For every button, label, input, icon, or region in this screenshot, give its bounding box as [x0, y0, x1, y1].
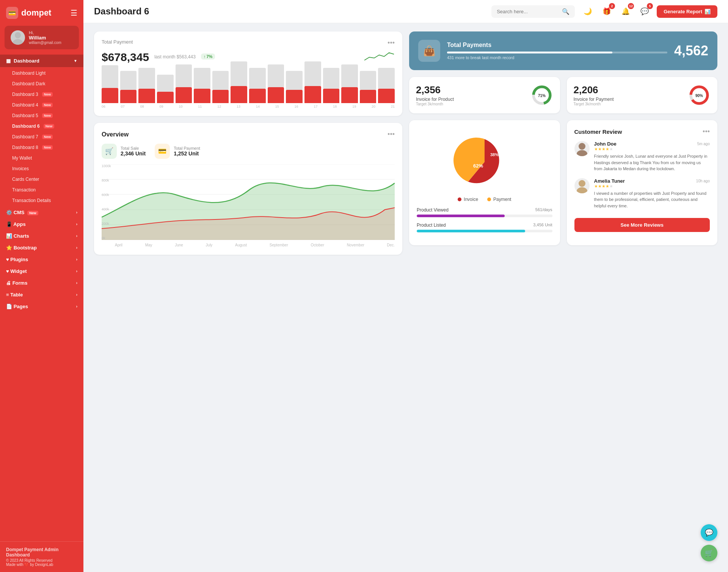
review-header: Customer Review ••• [574, 128, 710, 136]
bar-label-10: 10 [179, 105, 182, 108]
invoice-payment-target: Target 3k/month [574, 102, 683, 106]
bar-label-20: 20 [372, 105, 375, 108]
nav-item-dashboard-light[interactable]: Dashboard Light [0, 68, 83, 78]
area-chart-svg [102, 164, 395, 240]
plugins-section[interactable]: ♥ Plugins › [0, 253, 83, 265]
total-payments-sub: 431 more to break last month record [447, 55, 667, 60]
overview-menu-button[interactable]: ••• [388, 130, 395, 138]
widget-section[interactable]: ♥ Widget › [0, 265, 83, 276]
apps-section[interactable]: 📱 Apps › [0, 218, 83, 229]
support-fab[interactable]: 💬 [701, 524, 717, 541]
product-viewed-stat: Product Viewed 561/days [417, 207, 552, 217]
nav-item-invoices[interactable]: Invoices [0, 163, 83, 174]
cms-section[interactable]: ⚙️ CMS New › [0, 206, 83, 218]
card-menu-button[interactable]: ••• [388, 39, 395, 47]
nav-item-dashboard-7[interactable]: Dashboard 7New [0, 132, 83, 142]
bar-19 [341, 64, 358, 103]
bell-button[interactable]: 🔔 12 [619, 5, 632, 18]
review-text-1: I viewed a number of properties with Jus… [594, 190, 710, 209]
invoice-product-card: 2,356 Invoice for Product Target 3k/mont… [409, 77, 560, 113]
user-name: William [29, 35, 61, 41]
pages-section[interactable]: 📄 Pages › [0, 300, 83, 312]
moon-button[interactable]: 🌙 [581, 5, 595, 18]
nav-item-dashboard-dark[interactable]: Dashboard Dark [0, 78, 83, 89]
bar-top [378, 68, 395, 89]
generate-report-button[interactable]: Generate Report 📊 [657, 5, 717, 18]
product-listed-progress [417, 230, 552, 232]
review-stars-0: ★★★★★ [594, 147, 710, 152]
user-info: Hi, William william@gmail.com [29, 30, 61, 45]
bar-top [157, 75, 174, 92]
product-listed-label: Product Listed [417, 223, 446, 228]
bar-bottom [323, 89, 340, 103]
review-menu-button[interactable]: ••• [703, 128, 710, 136]
bar-top [286, 71, 303, 90]
payment-legend-dot [487, 197, 491, 201]
nav-item-dashboard-4[interactable]: Dashboard 4New [0, 100, 83, 110]
nav-item-dashboard-3[interactable]: Dashboard 3New [0, 89, 83, 100]
search-input[interactable] [497, 9, 559, 14]
bar-17 [304, 61, 321, 103]
bar-label-12: 12 [217, 105, 221, 108]
footer-copy: © 2023 All Rights Reserved [6, 558, 77, 563]
widget-arrow-icon: › [76, 269, 77, 273]
logo-icon: 💳 [6, 7, 18, 19]
search-box[interactable]: 🔍 [491, 5, 575, 18]
x-label-april: April [115, 243, 122, 247]
page-title: Dashboard 6 [94, 6, 485, 17]
nav-item-transaction[interactable]: Transaction [0, 185, 83, 195]
product-viewed-val: 561/days [535, 207, 552, 213]
invoice-payment-info: 2,206 Invoice for Payment Target 3k/mont… [574, 84, 683, 106]
bar-08 [138, 68, 155, 103]
bar-label-11: 11 [198, 105, 202, 108]
forms-section[interactable]: 🖨 Forms › [0, 276, 83, 288]
bootstrap-section[interactable]: ⭐ Bootstrap › [0, 241, 83, 253]
cart-fab[interactable]: 🛒 [701, 545, 717, 561]
chart-x-labels: 06070809101112131415161718192021 [102, 105, 395, 108]
gift-button[interactable]: 🎁 2 [600, 5, 613, 18]
total-payment-card: Total Payment ••• $678,345 last month $5… [94, 31, 402, 116]
user-profile[interactable]: Hi, William william@gmail.com [5, 26, 79, 49]
sidebar-nav: ▦Dashboard ▼ Dashboard Light Dashboard D… [0, 54, 83, 541]
dashboard-nav-section[interactable]: ▦Dashboard ▼ [0, 55, 83, 67]
x-axis-labels: April May June July August September Oct… [115, 243, 395, 247]
nav-item-dashboard-6[interactable]: Dashboard 6New [0, 121, 83, 132]
total-sale-stat: 🛒 Total Sale 2,346 Unit [102, 144, 146, 159]
app-name: dompet [21, 8, 51, 18]
table-section[interactable]: ≡ Table › [0, 288, 83, 300]
nav-item-my-wallet[interactable]: My Wallet [0, 153, 83, 163]
nav-item-transaction-details[interactable]: Transaction Details [0, 195, 83, 206]
x-label-november: November [347, 243, 364, 247]
bar-bottom [157, 92, 174, 103]
reviewer-name-1: Amelia Tuner [594, 178, 625, 184]
hamburger-button[interactable]: ☰ [71, 8, 77, 17]
invoice-product-amount: 2,356 [416, 84, 525, 96]
bar-10 [176, 64, 192, 103]
nav-item-dashboard-8[interactable]: Dashboard 8New [0, 142, 83, 153]
invoice-legend-item: Invoice [458, 197, 478, 202]
nav-item-dashboard-5[interactable]: Dashboard 5New [0, 110, 83, 121]
payment-legend-label: Payment [493, 197, 511, 202]
invoice-product-donut: 71% [530, 84, 553, 107]
bar-top [304, 61, 321, 86]
svg-text:90%: 90% [695, 94, 703, 98]
bar-bottom [249, 89, 266, 103]
plugins-arrow-icon: › [76, 257, 77, 262]
total-payment-info: Total Payment 1,252 Unit [174, 146, 200, 157]
invoice-row: 2,356 Invoice for Product Target 3k/mont… [409, 77, 717, 113]
product-viewed-fill [417, 215, 505, 217]
bar-top [138, 68, 155, 89]
nav-item-cards-center[interactable]: Cards Center [0, 174, 83, 185]
table-arrow-icon: › [76, 293, 77, 297]
bar-bottom [360, 90, 377, 103]
review-name-row-1: Amelia Tuner 10h ago [594, 178, 710, 184]
pie-chart-card: 62% 38% Invoice Payment [409, 120, 560, 245]
bar-top [176, 64, 192, 87]
chat-button[interactable]: 💬 5 [638, 5, 651, 18]
charts-section[interactable]: 📊 Charts › [0, 229, 83, 241]
review-time-0: 5m ago [697, 142, 710, 146]
see-more-reviews-button[interactable]: See More Reviews [574, 218, 710, 232]
bell-badge: 12 [628, 3, 634, 9]
total-payment-label: Total Payment [174, 146, 200, 150]
bar-11 [194, 68, 210, 103]
